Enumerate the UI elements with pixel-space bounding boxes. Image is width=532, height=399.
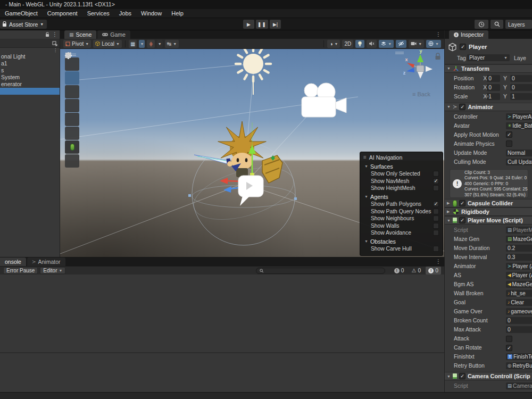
local-dropdown[interactable]: Local▼ xyxy=(93,40,122,48)
enabled-checkbox[interactable]: ✓ xyxy=(459,217,466,223)
property-input[interactable]: 0 xyxy=(506,326,532,333)
property-checkbox[interactable]: ✓ xyxy=(506,131,512,138)
y-axis-cone[interactable] xyxy=(417,54,423,62)
object-field[interactable]: ▤CameraC xyxy=(506,383,532,389)
object-field[interactable]: ♪gameove xyxy=(506,308,532,315)
object-field[interactable]: ≻Player (A xyxy=(506,263,532,270)
lock-icon[interactable] xyxy=(436,53,440,60)
version-control-button[interactable] xyxy=(475,20,488,29)
2d-toggle[interactable]: 2D xyxy=(342,40,353,48)
hierarchy-item[interactable]: onal Light xyxy=(0,53,60,60)
nav-option-checkbox[interactable] xyxy=(433,171,439,177)
property-dropdown[interactable]: Cull Update xyxy=(506,159,532,165)
pause-button[interactable]: ❚❚ xyxy=(256,20,268,29)
link-icon[interactable]: ∞ xyxy=(485,94,488,99)
menu-help[interactable]: Help xyxy=(171,10,184,16)
property-checkbox[interactable] xyxy=(506,336,512,342)
nav-option-checkbox[interactable] xyxy=(433,215,439,221)
object-field[interactable]: ◀Player (A xyxy=(506,272,532,279)
tool-rect[interactable] xyxy=(65,113,79,126)
nav-section-obstacles[interactable]: ▼Obstacles xyxy=(360,237,443,245)
y-value-field[interactable]: 0 xyxy=(510,75,532,82)
warning-count-button[interactable]: ⚠ 0 xyxy=(409,267,424,275)
asset-store-button[interactable]: Asset Store ▼ xyxy=(0,20,47,29)
menu-window[interactable]: Window xyxy=(141,10,162,16)
tool-transform[interactable] xyxy=(65,127,79,140)
back-cone[interactable] xyxy=(426,66,433,72)
menu-gameobject[interactable]: GameObject xyxy=(5,10,38,16)
tool-hand[interactable] xyxy=(65,57,79,71)
z-axis-cone[interactable] xyxy=(406,68,414,72)
editor-dropdown[interactable]: Editor▼ xyxy=(40,267,65,274)
object-field[interactable]: ◎RetryBut xyxy=(506,362,532,369)
menu-jobs[interactable]: Jobs xyxy=(119,10,131,16)
hierarchy-item[interactable] xyxy=(0,88,60,95)
object-field[interactable]: ◀MazeGe xyxy=(506,281,532,288)
kebab-menu-icon[interactable]: ⋮ xyxy=(436,32,441,37)
console-log-area[interactable] xyxy=(0,275,444,352)
kebab-menu-icon[interactable]: ⋮ xyxy=(52,32,57,37)
hierarchy-item[interactable]: enerator xyxy=(0,81,60,88)
move-snap-button[interactable]: ↹▼ xyxy=(165,40,179,48)
menu-services[interactable]: Services xyxy=(87,10,110,16)
component-header-capsule-collider[interactable]: ▶ ✓ Capsule Collider xyxy=(445,199,532,207)
nav-section-surfaces[interactable]: ▼Surfaces xyxy=(360,162,443,170)
tab-game[interactable]: Game xyxy=(97,30,130,39)
play-button[interactable]: ▶ xyxy=(243,20,254,29)
pivot-dropdown[interactable]: Pivot▼ xyxy=(63,40,91,48)
gameobject-name[interactable]: Player xyxy=(469,44,487,50)
object-field[interactable]: ♪Clear xyxy=(506,299,532,306)
object-field[interactable]: ♪hit_se xyxy=(506,290,532,297)
scene-audio-toggle[interactable] xyxy=(367,40,377,48)
component-header-player-move[interactable]: ▼ ✓ Player Move (Script) xyxy=(445,216,532,225)
menu-component[interactable]: Component xyxy=(47,10,78,16)
active-checkbox[interactable]: ✓ xyxy=(460,44,466,50)
object-field[interactable]: ✳Idle_Batt xyxy=(506,122,532,129)
object-field[interactable]: TFinishTe xyxy=(506,353,532,360)
scene-lighting-toggle[interactable] xyxy=(355,40,364,48)
unlock-icon[interactable] xyxy=(45,32,49,37)
info-count-button[interactable]: ! 0 xyxy=(392,267,407,275)
console-search[interactable] xyxy=(256,268,385,274)
enabled-checkbox[interactable]: ✓ xyxy=(459,200,466,206)
property-dropdown[interactable]: Normal xyxy=(506,149,532,156)
object-field[interactable]: ▤PlayerMo xyxy=(506,227,532,234)
down-cone[interactable] xyxy=(418,72,423,79)
kebab-menu-icon[interactable]: ⋮ xyxy=(53,48,57,53)
kebab-menu-icon[interactable]: ⋮ xyxy=(436,259,441,264)
component-header-transform[interactable]: ▼ Transform xyxy=(445,64,532,73)
search-button[interactable] xyxy=(491,20,503,29)
hierarchy-item[interactable]: s xyxy=(0,67,60,74)
tool-move[interactable] xyxy=(65,71,79,85)
x-axis-arrow[interactable] xyxy=(220,178,228,184)
nav-option-checkbox[interactable]: ✓ xyxy=(433,201,439,207)
tool-scale[interactable] xyxy=(65,99,79,112)
view-back-label[interactable]: ≡ Back xyxy=(412,91,430,97)
tab-scene[interactable]: ▦ Scene xyxy=(64,30,96,39)
nav-option-checkbox[interactable] xyxy=(433,246,439,252)
property-input[interactable]: 0.2 xyxy=(506,245,532,252)
tab-animator[interactable]: ≻ Animator xyxy=(27,257,65,266)
error-count-button[interactable]: ! 0 xyxy=(426,267,441,275)
grid-visibility-dropdown[interactable]: ▼ xyxy=(139,40,145,48)
hierarchy-item[interactable]: a1 xyxy=(0,60,60,67)
scene-viewport[interactable]: y x z ≡ Back xyxy=(60,49,444,257)
property-checkbox[interactable]: ✓ xyxy=(506,345,512,351)
error-pause-button[interactable]: Error Pause xyxy=(3,267,38,274)
x-value-field[interactable]: 0 xyxy=(487,84,500,91)
object-field[interactable]: ▤MazeGe xyxy=(506,236,532,243)
nav-option-checkbox[interactable] xyxy=(433,185,439,191)
component-header-animator[interactable]: ▼ ≻ ✓ Animator xyxy=(445,103,532,111)
nav-option-checkbox[interactable] xyxy=(433,209,439,214)
snap-increment-dropdown[interactable]: ▼ xyxy=(157,40,163,48)
overlay-drag-handle[interactable] xyxy=(395,52,404,54)
x-axis-cone[interactable] xyxy=(407,63,414,68)
x-value-field[interactable]: 0 xyxy=(487,75,500,82)
ai-navigation-header[interactable]: ≡ AI Navigation xyxy=(360,153,443,161)
camera-settings-dropdown[interactable]: ▼ xyxy=(409,40,424,48)
gizmos-dropdown[interactable]: ▼ xyxy=(426,40,441,48)
scene-visibility-toggle[interactable] xyxy=(396,40,406,48)
component-header-camera-controll[interactable]: ▼ ✓ Camera Controll (Scrip xyxy=(445,372,532,380)
nav-option-checkbox[interactable] xyxy=(433,230,439,236)
hierarchy-item[interactable]: System xyxy=(0,74,60,81)
